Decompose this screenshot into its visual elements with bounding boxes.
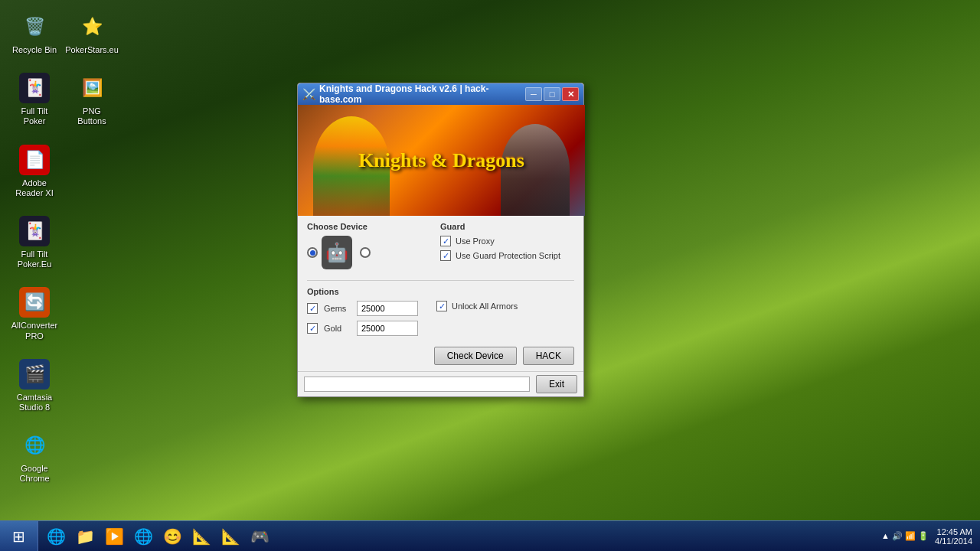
gold-checkbox[interactable] [307,323,318,334]
google-chrome-icon[interactable]: 🌐 Google Chrome [8,426,61,487]
gold-input[interactable] [357,321,418,336]
full-tilt-icon[interactable]: 🃏 Full Tilt Poker [8,69,61,130]
full-tilt-eu-icon[interactable]: 🃏 Full Tilt Poker.Eu [8,212,61,273]
apple-icon [374,236,405,269]
gold-row: Gold [307,321,429,336]
use-proxy-row: Use Proxy [440,236,574,246]
png-buttons-label: PNG Buttons [69,106,115,126]
options-right: Unlock All Armors [436,301,574,341]
right-column: Guard Use Proxy Use Guard Protection Scr… [436,222,574,277]
camtasia-icon[interactable]: 🎬 Camtasia Studio 8 [8,355,61,416]
options-label: Options [307,287,574,296]
pokerstars-icon[interactable]: ⭐ PokerStars.eu [65,8,119,59]
dialog-title: Knights and Dragons Hack v2.6 | hack-bas… [319,83,525,105]
ios-option[interactable] [360,236,405,269]
progress-bar [304,377,530,392]
unlock-armors-checkbox[interactable] [436,301,447,311]
full-tilt-eu-image: 🃏 [19,216,50,246]
android-radio[interactable] [307,247,318,258]
png-buttons-icon[interactable]: 🖼️ PNG Buttons [65,69,119,130]
use-proxy-label: Use Proxy [456,236,495,246]
allconverter-image: 🔄 [19,287,50,318]
taskbar-media-icon[interactable]: ▶️ [100,523,128,550]
taskbar-time-display: 12:45 AM [935,527,972,536]
camtasia-label: Camtasia Studio 8 [11,393,57,412]
recycle-bin-image: 🗑️ [19,11,50,42]
adobe-reader-icon[interactable]: 📄 Adobe Reader XI [8,141,61,202]
desktop-icons: 🗑️ Recycle Bin 🃏 Full Tilt Poker 📄 Adobe… [0,0,122,505]
pokerstars-image: ⭐ [77,11,107,42]
full-tilt-eu-label: Full Tilt Poker.Eu [11,249,57,269]
hack-dialog: ⚔️ Knights and Dragons Hack v2.6 | hack-… [297,83,584,397]
dialog-titlebar: ⚔️ Knights and Dragons Hack v2.6 | hack-… [298,83,583,105]
guard-protection-row: Use Guard Protection Script [440,250,574,261]
gems-row: Gems [307,301,429,316]
taskbar-game-icon[interactable]: 🎮 [246,523,273,550]
guard-protection-checkbox[interactable] [440,250,451,261]
use-proxy-checkbox[interactable] [440,236,451,246]
full-tilt-label: Full Tilt Poker [11,106,57,126]
left-column: Choose Device 🤖 [307,222,436,277]
unlock-armors-label: Unlock All Armors [452,302,518,311]
banner-title: Knights & Dragons [358,149,524,172]
ios-radio[interactable] [360,247,371,258]
maximize-button[interactable]: □ [544,87,560,101]
options-columns: Gems Gold Unlock All Armors [307,301,574,341]
start-button[interactable]: ⊞ [0,521,38,552]
recycle-bin-icon[interactable]: 🗑️ Recycle Bin [8,8,61,59]
guard-label: Guard [440,222,574,231]
choose-device-label: Choose Device [307,222,429,231]
taskbar-folder-icon[interactable]: 📁 [71,523,99,550]
gold-label: Gold [324,324,351,333]
desktop: 🗑️ Recycle Bin 🃏 Full Tilt Poker 📄 Adobe… [0,0,980,551]
check-device-button[interactable]: Check Device [434,347,517,365]
options-left: Gems Gold [307,301,436,341]
taskbar-date-display: 4/11/2014 [935,536,972,546]
camtasia-image: 🎬 [19,359,50,390]
taskbar-tool1-icon[interactable]: 📐 [188,523,215,550]
pokerstars-label: PokerStars.eu [65,45,119,55]
chrome-image: 🌐 [19,430,50,461]
game-banner: Knights & Dragons [298,105,585,216]
device-chooser: 🤖 [307,236,429,269]
dialog-bottom: Exit [298,371,583,396]
system-tray-icons: ▲ 🔊 📶 🔋 [881,531,929,541]
main-columns: Choose Device 🤖 Guard [307,222,574,277]
action-buttons: Check Device HACK [307,347,574,365]
android-icon: 🤖 [322,236,352,269]
dialog-controls: ─ □ ✕ [525,87,579,101]
gems-label: Gems [324,304,351,313]
gems-input[interactable] [357,301,418,316]
exit-button[interactable]: Exit [536,375,577,393]
taskbar: ⊞ 🌐 📁 ▶️ 🌐 😊 📐 📐 🎮 ▲ 🔊 📶 🔋 12:45 AM 4/11… [0,520,980,551]
taskbar-clock: 12:45 AM 4/11/2014 [935,527,972,546]
taskbar-smily-icon[interactable]: 😊 [158,523,186,550]
android-option[interactable]: 🤖 [307,236,352,269]
taskbar-right: ▲ 🔊 📶 🔋 12:45 AM 4/11/2014 [881,527,980,546]
full-tilt-image: 🃏 [19,73,50,103]
guard-protection-label: Use Guard Protection Script [456,251,560,260]
taskbar-chrome-icon[interactable]: 🌐 [129,523,157,550]
dialog-content: Choose Device 🤖 Guard [298,216,583,371]
hack-button[interactable]: HACK [523,347,574,365]
allconverter-label: AllConverter PRO [11,321,58,341]
adobe-image: 📄 [19,145,50,175]
close-button[interactable]: ✕ [562,87,579,101]
unlock-armors-row: Unlock All Armors [436,301,574,311]
allconverter-icon[interactable]: 🔄 AllConverter PRO [8,283,61,344]
png-buttons-image: 🖼️ [77,73,107,103]
taskbar-ie-icon[interactable]: 🌐 [42,523,70,550]
recycle-bin-label: Recycle Bin [12,45,57,55]
taskbar-tool2-icon[interactable]: 📐 [217,523,244,550]
gems-checkbox[interactable] [307,303,318,314]
dialog-icon: ⚔️ [302,88,315,100]
adobe-label: Adobe Reader XI [11,178,57,198]
options-section: Options Gems Gold [307,280,574,365]
minimize-button[interactable]: ─ [525,87,542,101]
chrome-label: Google Chrome [11,464,57,484]
taskbar-icons: 🌐 📁 ▶️ 🌐 😊 📐 📐 🎮 [38,523,277,550]
